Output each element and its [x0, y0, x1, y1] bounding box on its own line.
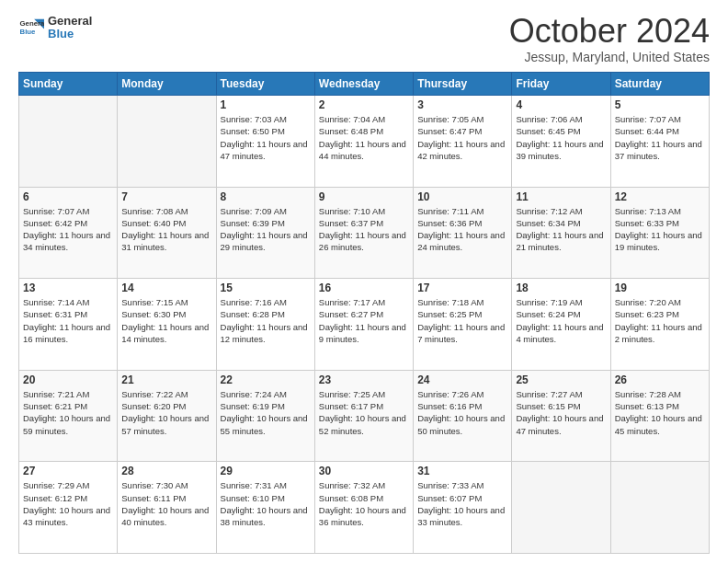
day-number: 6 [23, 190, 113, 203]
day-number: 25 [516, 373, 606, 386]
day-number: 22 [221, 373, 311, 386]
calendar-cell [19, 96, 118, 188]
col-header-tuesday: Tuesday [216, 73, 314, 96]
calendar-cell: 24Sunrise: 7:26 AMSunset: 6:16 PMDayligh… [414, 370, 512, 462]
calendar-cell: 15Sunrise: 7:16 AMSunset: 6:28 PMDayligh… [216, 279, 314, 371]
calendar-week-4: 20Sunrise: 7:21 AMSunset: 6:21 PMDayligh… [19, 370, 710, 462]
page: General Blue General Blue October 2024 J… [0, 0, 728, 563]
logo-general: General [48, 15, 92, 28]
col-header-sunday: Sunday [19, 73, 118, 96]
day-info: Sunrise: 7:31 AMSunset: 6:10 PMDaylight:… [221, 479, 311, 528]
day-info: Sunrise: 7:20 AMSunset: 6:23 PMDaylight:… [615, 296, 705, 345]
day-info: Sunrise: 7:12 AMSunset: 6:34 PMDaylight:… [516, 205, 606, 254]
day-number: 15 [221, 282, 311, 294]
calendar-cell: 21Sunrise: 7:22 AMSunset: 6:20 PMDayligh… [118, 370, 216, 462]
day-info: Sunrise: 7:24 AMSunset: 6:19 PMDaylight:… [221, 388, 311, 437]
calendar-cell [610, 462, 709, 554]
day-number: 24 [417, 373, 507, 386]
day-number: 27 [23, 465, 113, 477]
day-info: Sunrise: 7:19 AMSunset: 6:24 PMDaylight:… [516, 296, 606, 345]
calendar-cell: 9Sunrise: 7:10 AMSunset: 6:37 PMDaylight… [314, 187, 413, 279]
calendar-cell: 5Sunrise: 7:07 AMSunset: 6:44 PMDaylight… [610, 96, 709, 188]
day-number: 12 [615, 190, 705, 203]
logo-icon: General Blue [18, 15, 44, 40]
calendar-week-2: 6Sunrise: 7:07 AMSunset: 6:42 PMDaylight… [19, 187, 710, 279]
calendar-cell: 29Sunrise: 7:31 AMSunset: 6:10 PMDayligh… [216, 462, 314, 554]
day-info: Sunrise: 7:33 AMSunset: 6:07 PMDaylight:… [417, 479, 507, 528]
day-number: 17 [417, 282, 507, 294]
calendar-cell: 31Sunrise: 7:33 AMSunset: 6:07 PMDayligh… [414, 462, 512, 554]
day-info: Sunrise: 7:07 AMSunset: 6:42 PMDaylight:… [23, 205, 113, 254]
calendar-cell: 13Sunrise: 7:14 AMSunset: 6:31 PMDayligh… [19, 279, 118, 371]
calendar-cell: 28Sunrise: 7:30 AMSunset: 6:11 PMDayligh… [118, 462, 216, 554]
day-number: 10 [417, 190, 507, 203]
day-number: 28 [121, 465, 211, 477]
day-info: Sunrise: 7:21 AMSunset: 6:21 PMDaylight:… [23, 388, 113, 437]
calendar-cell: 1Sunrise: 7:03 AMSunset: 6:50 PMDaylight… [216, 96, 314, 188]
calendar-cell: 4Sunrise: 7:06 AMSunset: 6:45 PMDaylight… [512, 96, 610, 188]
calendar-cell: 22Sunrise: 7:24 AMSunset: 6:19 PMDayligh… [216, 370, 314, 462]
day-info: Sunrise: 7:06 AMSunset: 6:45 PMDaylight:… [516, 113, 606, 162]
day-number: 31 [417, 465, 507, 477]
day-number: 4 [516, 98, 606, 111]
calendar-cell: 23Sunrise: 7:25 AMSunset: 6:17 PMDayligh… [314, 370, 413, 462]
day-number: 14 [121, 282, 211, 294]
calendar-cell [512, 462, 610, 554]
day-number: 21 [121, 373, 211, 386]
calendar-week-1: 1Sunrise: 7:03 AMSunset: 6:50 PMDaylight… [19, 96, 710, 188]
calendar-cell: 8Sunrise: 7:09 AMSunset: 6:39 PMDaylight… [216, 187, 314, 279]
calendar-week-3: 13Sunrise: 7:14 AMSunset: 6:31 PMDayligh… [19, 279, 710, 371]
calendar-cell: 18Sunrise: 7:19 AMSunset: 6:24 PMDayligh… [512, 279, 610, 371]
day-info: Sunrise: 7:09 AMSunset: 6:39 PMDaylight:… [221, 205, 311, 254]
day-number: 20 [23, 373, 113, 386]
svg-text:Blue: Blue [20, 28, 37, 36]
day-number: 30 [319, 465, 409, 477]
day-number: 29 [221, 465, 311, 477]
day-number: 23 [319, 373, 409, 386]
day-info: Sunrise: 7:29 AMSunset: 6:12 PMDaylight:… [23, 479, 113, 528]
day-info: Sunrise: 7:32 AMSunset: 6:08 PMDaylight:… [319, 479, 409, 528]
day-info: Sunrise: 7:11 AMSunset: 6:36 PMDaylight:… [417, 205, 507, 254]
calendar-cell: 30Sunrise: 7:32 AMSunset: 6:08 PMDayligh… [314, 462, 413, 554]
calendar-cell [118, 96, 216, 188]
day-info: Sunrise: 7:17 AMSunset: 6:27 PMDaylight:… [319, 296, 409, 345]
calendar-cell: 12Sunrise: 7:13 AMSunset: 6:33 PMDayligh… [610, 187, 709, 279]
day-info: Sunrise: 7:27 AMSunset: 6:15 PMDaylight:… [516, 388, 606, 437]
day-number: 11 [516, 190, 606, 203]
day-number: 13 [23, 282, 113, 294]
day-info: Sunrise: 7:13 AMSunset: 6:33 PMDaylight:… [615, 205, 705, 254]
day-info: Sunrise: 7:25 AMSunset: 6:17 PMDaylight:… [319, 388, 409, 437]
day-info: Sunrise: 7:16 AMSunset: 6:28 PMDaylight:… [221, 296, 311, 345]
day-number: 2 [319, 98, 409, 111]
day-info: Sunrise: 7:15 AMSunset: 6:30 PMDaylight:… [121, 296, 211, 345]
title-block: October 2024 Jessup, Maryland, United St… [509, 15, 710, 64]
logo-text: General Blue [48, 15, 92, 41]
calendar-cell: 7Sunrise: 7:08 AMSunset: 6:40 PMDaylight… [118, 187, 216, 279]
day-number: 8 [221, 190, 311, 203]
location: Jessup, Maryland, United States [509, 50, 710, 64]
col-header-friday: Friday [512, 73, 610, 96]
day-number: 19 [615, 282, 705, 294]
day-number: 26 [615, 373, 705, 386]
calendar-cell: 25Sunrise: 7:27 AMSunset: 6:15 PMDayligh… [512, 370, 610, 462]
calendar: SundayMondayTuesdayWednesdayThursdayFrid… [18, 72, 710, 554]
day-info: Sunrise: 7:03 AMSunset: 6:50 PMDaylight:… [221, 113, 311, 162]
col-header-thursday: Thursday [414, 73, 512, 96]
month-title: October 2024 [509, 15, 710, 48]
calendar-cell: 27Sunrise: 7:29 AMSunset: 6:12 PMDayligh… [19, 462, 118, 554]
calendar-cell: 10Sunrise: 7:11 AMSunset: 6:36 PMDayligh… [414, 187, 512, 279]
calendar-cell: 2Sunrise: 7:04 AMSunset: 6:48 PMDaylight… [314, 96, 413, 188]
col-header-monday: Monday [118, 73, 216, 96]
calendar-cell: 3Sunrise: 7:05 AMSunset: 6:47 PMDaylight… [414, 96, 512, 188]
day-number: 9 [319, 190, 409, 203]
day-info: Sunrise: 7:04 AMSunset: 6:48 PMDaylight:… [319, 113, 409, 162]
day-info: Sunrise: 7:08 AMSunset: 6:40 PMDaylight:… [121, 205, 211, 254]
logo-blue: Blue [48, 28, 92, 40]
day-info: Sunrise: 7:22 AMSunset: 6:20 PMDaylight:… [121, 388, 211, 437]
svg-text:General: General [20, 20, 44, 29]
day-info: Sunrise: 7:28 AMSunset: 6:13 PMDaylight:… [615, 388, 705, 437]
calendar-cell: 11Sunrise: 7:12 AMSunset: 6:34 PMDayligh… [512, 187, 610, 279]
day-info: Sunrise: 7:05 AMSunset: 6:47 PMDaylight:… [417, 113, 507, 162]
calendar-cell: 17Sunrise: 7:18 AMSunset: 6:25 PMDayligh… [414, 279, 512, 371]
calendar-week-5: 27Sunrise: 7:29 AMSunset: 6:12 PMDayligh… [19, 462, 710, 554]
